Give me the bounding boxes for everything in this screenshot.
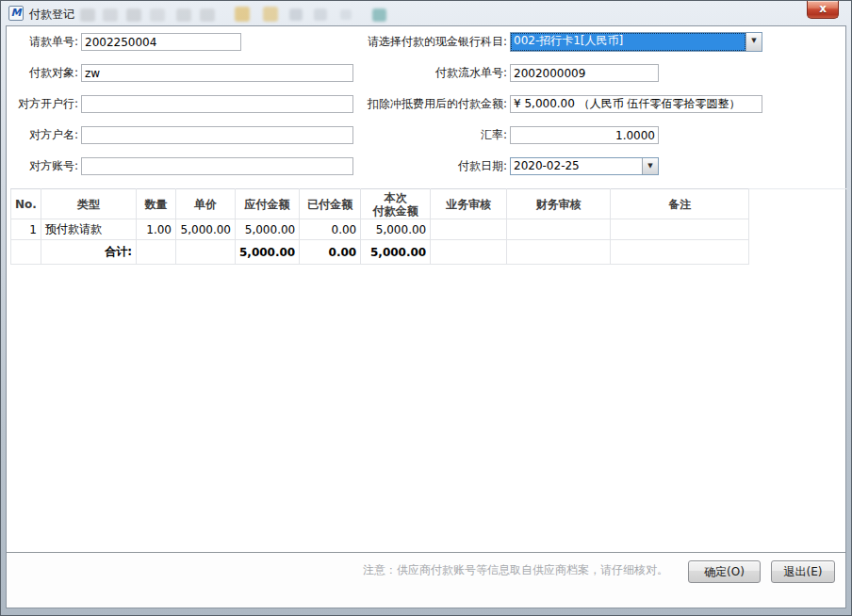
payment-items-table: No. 类型 数量 单价 应付金额 已付金额 本次 付款金额 业务审核 财务审核… [10, 188, 749, 265]
exchange-rate-input[interactable] [510, 126, 659, 144]
col-paid: 已付金额 [300, 189, 361, 219]
window-title: 付款登记 [29, 7, 74, 23]
ghost-icon [80, 8, 95, 22]
counterparty-bank-label: 对方开户行: [1, 95, 78, 113]
cell-type: 预付款请款 [41, 219, 137, 240]
payment-date-label: 付款日期: [284, 157, 507, 175]
chevron-down-icon[interactable]: ▼ [746, 33, 762, 51]
cell-paid: 0.00 [300, 219, 361, 240]
payee-label: 付款对象: [1, 64, 78, 82]
col-type: 类型 [41, 189, 137, 219]
col-qty: 数量 [137, 189, 176, 219]
bank-account-selected-value: 002-招行卡1[人民币] [511, 33, 746, 51]
app-icon: M [8, 6, 24, 21]
net-amount-input[interactable] [510, 95, 762, 113]
ghost-icon [126, 8, 141, 22]
table-header-row: No. 类型 数量 单价 应付金额 已付金额 本次 付款金额 业务审核 财务审核… [11, 189, 749, 219]
ghost-icon [200, 8, 215, 22]
ghost-icon [150, 8, 165, 22]
ghost-icon [263, 7, 278, 22]
cell-payable: 5,000.00 [236, 219, 300, 240]
supplier-note: 注意：供应商付款账号等信息取自供应商档案，请仔细核对。 [363, 562, 668, 578]
ghost-icon [289, 8, 303, 21]
cell-remark [611, 219, 749, 240]
table-row[interactable]: 1 预付款请款 1.00 5,000.00 5,000.00 0.00 5,00… [11, 219, 749, 240]
total-current: 5,000.00 [361, 240, 431, 265]
close-button[interactable]: x [807, 1, 839, 19]
col-remark: 备注 [611, 189, 749, 219]
payment-date-picker[interactable]: 2020-02-25 ▼ [510, 157, 659, 175]
ghost-icon [176, 8, 191, 22]
ghost-icon [103, 8, 118, 22]
cell-finance-audit [507, 219, 611, 240]
col-finance-audit: 财务审核 [507, 189, 611, 219]
total-label: 合计: [41, 240, 137, 265]
cell-qty: 1.00 [137, 219, 176, 240]
titlebar[interactable]: M 付款登记 x [1, 1, 851, 26]
ghost-icon [372, 8, 386, 22]
col-payable: 应付金额 [236, 189, 300, 219]
cell-unit-price: 5,000.00 [176, 219, 236, 240]
ghost-icon [235, 7, 250, 22]
payment-serial-input[interactable] [510, 64, 659, 82]
bank-account-label: 请选择付款的现金银行科目: [284, 33, 507, 51]
col-business-audit: 业务审核 [431, 189, 507, 219]
request-no-label: 请款单号: [1, 33, 78, 51]
total-payable: 5,000.00 [236, 240, 300, 265]
col-unit-price: 单价 [176, 189, 236, 219]
exit-button[interactable]: 退出(E) [771, 560, 835, 583]
ghost-icon [314, 8, 327, 21]
request-no-input[interactable] [81, 33, 241, 51]
table-total-row: 合计: 5,000.00 0.00 5,000.00 [11, 240, 749, 265]
ok-button[interactable]: 确定(O) [688, 560, 761, 583]
payment-serial-label: 付款流水单号: [284, 64, 507, 82]
exchange-rate-label: 汇率: [284, 126, 507, 144]
chevron-down-icon[interactable]: ▼ [642, 158, 658, 174]
col-no: No. [11, 189, 41, 219]
counterparty-name-label: 对方户名: [1, 126, 78, 144]
counterparty-account-label: 对方账号: [1, 157, 78, 175]
total-paid: 0.00 [300, 240, 361, 265]
cell-current-payment: 5,000.00 [361, 219, 431, 240]
payment-registration-dialog: M 付款登记 x 请款单号: 付款对象: 对方开户行: 对方户名: 对方账号: … [0, 0, 852, 616]
bank-account-combobox[interactable]: 002-招行卡1[人民币] ▼ [510, 32, 762, 52]
cell-business-audit [431, 219, 507, 240]
cell-no: 1 [11, 219, 41, 240]
net-amount-label: 扣除冲抵费用后的付款金额: [284, 95, 507, 113]
payment-date-value: 2020-02-25 [511, 158, 642, 174]
col-current-payment: 本次 付款金额 [361, 189, 431, 219]
ghost-icon [340, 9, 352, 20]
